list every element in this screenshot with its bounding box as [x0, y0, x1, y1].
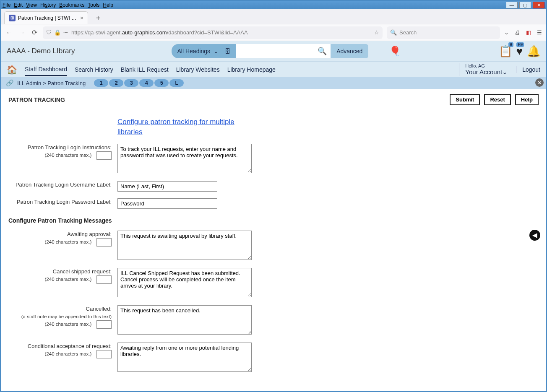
configure-multiple-link[interactable]: Configure patron tracking for multiple l… [117, 117, 252, 137]
nav-library-homepage[interactable]: Library Homepage [227, 66, 276, 73]
conditional-label: Conditional acceptance of request: [28, 343, 112, 349]
search-placeholder: Search [399, 29, 417, 36]
search-type-label: All Headings [177, 48, 211, 55]
breadcrumb-bar: 🔗 ILL Admin > Patron Tracking 1 2 3 4 5 … [1, 77, 546, 89]
permissions-icon: ⊶ [63, 30, 68, 35]
reload-button[interactable]: ⟳ [30, 29, 39, 37]
login-instructions-sub: (240 characters max.) [45, 153, 92, 158]
back-button[interactable]: ← [5, 29, 13, 37]
hello-text: Hello, AG [465, 63, 508, 68]
browser-tab-bar: ⊞ Patron Tracking | STWI | aaaa | A × + [1, 9, 546, 24]
chain-icon: 🔗 [6, 79, 14, 87]
os-menu-edit[interactable]: Edit [14, 2, 23, 8]
nav-library-websites[interactable]: Library Websites [176, 66, 220, 73]
submit-button[interactable]: Submit [450, 94, 480, 105]
favorites-icon[interactable]: ♥F9 [516, 45, 523, 58]
bell-icon[interactable]: 🔔 [527, 45, 540, 58]
page-pill-4[interactable]: 4 [139, 79, 154, 87]
logout-link[interactable]: Logout [516, 66, 540, 73]
lock-icon: 🔒 [54, 29, 61, 36]
page-pill-2[interactable]: 2 [109, 79, 123, 87]
list-icon[interactable]: 📋9 [499, 45, 512, 58]
page-pill-3[interactable]: 3 [124, 79, 138, 87]
page-pill-l[interactable]: L [169, 79, 184, 87]
catalog-search-input[interactable] [236, 44, 314, 58]
os-menu-history[interactable]: History [40, 2, 56, 8]
charcount-box [96, 275, 112, 284]
charcount-box [96, 350, 112, 358]
chevron-down-icon: ⌄ [214, 48, 219, 55]
page-pill-1[interactable]: 1 [94, 79, 108, 87]
browser-nav-bar: ← → ⟳ 🛡 🔒 ⊶ https://qa-stwi-agent.auto-g… [1, 24, 546, 41]
tab-favicon: ⊞ [9, 15, 16, 21]
charcount-box [96, 238, 112, 247]
tab-title: Patron Tracking | STWI | aaaa | A [18, 15, 78, 21]
breadcrumb-admin[interactable]: ILL Admin [17, 80, 41, 86]
cancelled-textarea[interactable] [117, 305, 252, 335]
charcount-box [96, 151, 112, 160]
os-menu-tools[interactable]: Tools [88, 2, 99, 8]
os-menu-bar: File Edit View History Bookmarks Tools H… [1, 1, 546, 9]
balloon-icon[interactable]: 🎈 [389, 46, 401, 57]
home-icon[interactable]: 🏠 [7, 65, 17, 75]
os-menu-help[interactable]: Help [103, 2, 113, 8]
nav-staff-dashboard[interactable]: Staff Dashboard [25, 66, 67, 76]
side-nav-circle[interactable]: ◀ [529, 230, 540, 241]
conditional-sub: (240 characters max.) [45, 351, 92, 356]
password-label-label: Patron Tracking Login Password Label: [17, 199, 112, 205]
shield-icon: 🛡 [46, 29, 52, 36]
browser-tab[interactable]: ⊞ Patron Tracking | STWI | aaaa | A × [4, 11, 88, 24]
awaiting-label: Awaiting approval: [67, 231, 112, 237]
username-label-label: Patron Tracking Login Username Label: [16, 182, 112, 188]
library-name: AAAA - Demo LIbrary [7, 47, 75, 55]
bookmark-star-icon[interactable]: ☆ [374, 29, 379, 36]
search-icon: 🔍 [390, 29, 397, 36]
nav-search-history[interactable]: Search History [75, 66, 113, 73]
content-area: PATRON TRACKING Submit Reset Help Config… [1, 89, 546, 381]
window-maximize-button[interactable]: ▢ [519, 2, 531, 8]
breadcrumb-close-icon[interactable]: ✕ [535, 78, 544, 87]
new-tab-button[interactable]: + [92, 12, 104, 24]
search-type-dropdown[interactable]: All Headings ⌄ 🗄 [172, 44, 237, 58]
url-bar[interactable]: 🛡 🔒 ⊶ https://qa-stwi-agent.auto-graphic… [43, 26, 383, 39]
cancelled-sub2: (240 characters max.) [45, 322, 92, 327]
account-label: Your Account [465, 68, 502, 75]
app-header: AAAA - Demo LIbrary All Headings ⌄ 🗄 🔍 A… [1, 41, 546, 61]
login-instructions-textarea[interactable] [117, 144, 252, 173]
window-close-button[interactable]: ✕ [533, 2, 544, 8]
cancelled-sub1: (a staff note may be appended to this te… [21, 314, 112, 319]
url-text: https://qa-stwi-agent.auto-graphics.com/… [71, 29, 374, 36]
os-menu-bookmarks[interactable]: Bookmarks [59, 2, 84, 8]
reset-button[interactable]: Reset [484, 94, 511, 105]
charcount-box [96, 320, 112, 329]
page-title: PATRON TRACKING [8, 96, 65, 103]
awaiting-textarea[interactable] [117, 231, 252, 260]
nav-blank-ill-request[interactable]: Blank ILL Request [121, 66, 169, 73]
browser-search-bar[interactable]: 🔍 Search [387, 26, 500, 39]
password-label-input[interactable] [117, 198, 217, 209]
extension-icon[interactable]: ◧ [526, 29, 531, 36]
window-minimize-button[interactable]: — [506, 2, 518, 8]
catalog-search-button[interactable]: 🔍 [314, 44, 331, 58]
database-icon[interactable]: 🗄 [224, 48, 230, 55]
tab-close-icon[interactable]: × [80, 15, 83, 21]
cancel-shipped-label: Cancel shipped request: [53, 268, 112, 275]
cancel-shipped-textarea[interactable] [117, 268, 252, 297]
username-label-input[interactable] [117, 181, 217, 192]
conditional-textarea[interactable] [117, 343, 252, 372]
messages-section-heading: Configure Patron Tracking Messages [8, 217, 539, 224]
breadcrumb-page: Patron Tracking [47, 80, 86, 86]
account-menu[interactable]: Hello, AG Your Account⌄ [459, 63, 508, 76]
advanced-search-button[interactable]: Advanced [331, 44, 368, 58]
os-menu-file[interactable]: File [3, 2, 10, 8]
list-badge: 9 [508, 42, 513, 47]
os-menu-view[interactable]: View [26, 2, 37, 8]
print-icon[interactable]: 🖨 [515, 29, 520, 36]
cancel-shipped-sub: (240 characters max.) [45, 277, 92, 282]
app-menu-icon[interactable]: ☰ [537, 29, 542, 36]
chevron-down-icon: ⌄ [502, 68, 508, 75]
pocket-icon[interactable]: ⌄ [504, 29, 509, 36]
forward-button[interactable]: → [18, 29, 26, 37]
help-button[interactable]: Help [515, 94, 539, 105]
page-pill-5[interactable]: 5 [154, 79, 169, 87]
